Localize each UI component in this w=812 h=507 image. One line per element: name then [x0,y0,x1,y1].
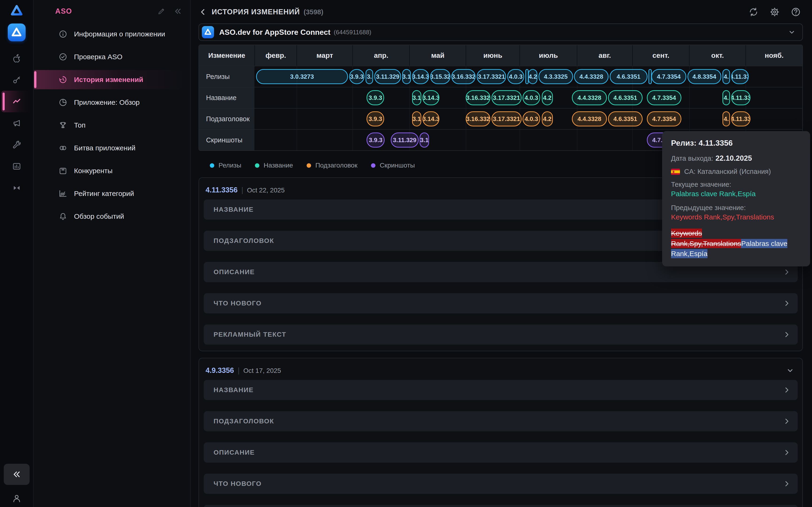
rail-nav [0,48,33,199]
sidebar-item-3[interactable]: Приложение: Обзор [34,93,190,112]
version-pill-releases[interactable]: 4.2 [528,69,537,84]
chevrons-left-icon[interactable] [174,7,182,15]
version-pill-screens[interactable]: 3.11.329 [391,132,419,148]
icon-rail [0,0,34,507]
version-pill-name[interactable]: 4.2 [542,90,553,105]
version-pill-subtitle[interactable]: 4.4.3328 [572,111,607,126]
info-circle-icon [59,30,67,39]
version-pill-name[interactable]: 4. [722,90,730,105]
app-selector[interactable]: ASO.dev for AppStore Connect (6445911688… [198,23,803,41]
version-pill-subtitle[interactable]: 4.11.33 [731,111,750,126]
rail-item-keywords[interactable] [1,69,32,91]
version-pill-subtitle[interactable]: 4.0.3 [523,111,540,126]
sidebar-item-4[interactable]: Топ [34,116,190,135]
rail-item-appstore[interactable] [1,48,32,69]
wrench-icon [12,140,21,150]
sidebar-item-6[interactable]: Конкуренты [34,161,190,180]
sidebar-item-label: Обзор событий [74,212,124,220]
version-pill-releases[interactable]: 4.0.3 [507,69,524,84]
rail-item-marketing[interactable] [1,112,32,134]
app-id: (6445911688) [334,29,371,36]
version-pill-subtitle[interactable]: 4.7.3354 [647,111,681,126]
version-pill-releases[interactable]: 3.0.3273 [256,69,348,84]
sidebar-item-5[interactable]: Битва приложений [34,138,190,158]
version-pill-releases[interactable]: 4.11.33 [731,69,749,84]
version-pill-name[interactable]: 3.14.3 [422,90,440,105]
section-header[interactable]: 4.9.3356|Oct 17, 2025 [204,363,798,380]
section-row-РЕКЛАМНЫЙ ТЕКСТ[interactable]: РЕКЛАМНЫЙ ТЕКСТ [204,325,798,345]
tooltip-current-label: Текущее значение: [671,181,731,188]
version-pill-name[interactable]: 4.11.33 [731,90,750,105]
sidebar-item-label: Топ [74,121,85,129]
sidebar-item-label: Приложение: Обзор [74,99,139,106]
version-pill-name[interactable]: 4.4.3328 [572,90,607,105]
version-pill-releases[interactable]: 4.7.3354 [651,69,686,84]
version-pill-subtitle[interactable]: 3.1 [412,111,421,126]
collapse-sidebar-button[interactable] [4,464,30,485]
version-pill-subtitle[interactable]: 3.14.3 [422,111,440,126]
app-triangle-icon [202,28,214,37]
rail-item-analytics[interactable] [1,91,32,112]
version-pill-name[interactable]: 4.6.3351 [608,90,643,105]
section-row-НАЗВАНИЕ[interactable]: НАЗВАНИЕ [204,380,798,400]
version-pill-name[interactable]: 4.7.3354 [647,90,681,105]
version-pill-releases[interactable]: 3.16.332 [451,69,475,84]
rail-item-reports[interactable] [1,156,32,177]
refresh-icon[interactable] [748,7,759,17]
version-pill-releases[interactable]: 4. [722,69,730,84]
check-circle-icon [59,52,67,61]
version-pill-name[interactable]: 3.1 [412,90,421,105]
version-pill-screens[interactable]: 3.1 [420,132,429,148]
version-pill-subtitle[interactable]: 3.17.3321 [491,111,522,126]
version-pill-releases[interactable]: 3.1 [402,69,411,84]
version-pill-subtitle[interactable]: 3.9.3 [366,111,384,126]
version-pill-subtitle[interactable]: 3.16.332 [466,111,490,126]
version-pill-releases[interactable]: 3.11.329 [374,69,401,84]
spain-flag-icon [671,169,680,175]
user-icon[interactable] [11,493,22,504]
version-pill-releases[interactable]: 4.6.3351 [610,69,647,84]
timeline-month-2: апр. [353,45,410,66]
version-pill-releases[interactable]: 3. [365,69,373,84]
history-icon [59,75,67,84]
section-version[interactable]: 4.11.3356 [206,186,238,194]
version-pill-subtitle[interactable]: 4.2 [542,111,553,126]
rail-item-tools[interactable] [1,134,32,156]
help-icon[interactable] [791,7,801,17]
version-pill-screens[interactable]: 3.9.3 [366,132,385,148]
pencil-icon[interactable] [157,7,166,15]
rail-bottom [4,464,30,507]
sidebar-item-7[interactable]: Рейтинг категорий [34,184,190,203]
sidebar-item-1[interactable]: Проверка ASO [34,47,190,66]
section-row-РЕКЛАМНЫЙ ТЕКСТ[interactable]: РЕКЛАМНЫЙ ТЕКСТ [204,505,798,507]
version-pill-name[interactable]: 3.16.332 [466,90,490,105]
gear-icon[interactable] [769,7,780,17]
version-pill-name[interactable]: 3.9.3 [366,90,384,105]
sidebar-item-2[interactable]: История изменений [34,70,190,89]
section-row-ОПИСАНИЕ[interactable]: ОПИСАНИЕ [204,442,798,463]
version-pill-releases[interactable]: 3.14.3 [412,69,429,84]
version-pill-releases[interactable]: 3.17.3321 [477,69,506,84]
version-pill-releases[interactable]: 4.8.3354 [688,69,721,84]
legend-dot-icon [371,163,375,168]
version-pill-subtitle[interactable]: 4. [722,111,730,126]
version-pill-name[interactable]: 3.17.3321 [491,90,522,105]
section-version[interactable]: 4.9.3356 [206,366,234,375]
rail-item-compare[interactable] [1,177,32,199]
sidebar-item-8[interactable]: Обзор событий [34,207,190,226]
version-pill-subtitle[interactable]: 4.6.3351 [608,111,643,126]
version-pill-name[interactable]: 4.0.3 [523,90,540,105]
section-row-ЧТО НОВОГО[interactable]: ЧТО НОВОГО [204,293,798,314]
section-row-ЧТО НОВОГО[interactable]: ЧТО НОВОГО [204,474,798,494]
section-date: Oct 17, 2025 [243,367,281,375]
version-pill-releases[interactable]: 3.9.3 [349,69,364,84]
version-pill-releases[interactable]: 3.15.32 [430,69,450,84]
sidebar-item-0[interactable]: Информация о приложении [34,24,190,44]
current-app-avatar[interactable] [8,23,25,41]
timeline-row-label: Релизы [199,66,255,87]
section-row-ПОДЗАГОЛОВОК[interactable]: ПОДЗАГОЛОВОК [204,411,798,431]
back-button[interactable] [198,7,208,16]
version-pill-releases[interactable]: 4.4.3328 [574,69,608,84]
chevron-down-icon[interactable] [786,366,794,375]
version-pill-releases[interactable]: 4.3.3325 [538,69,573,84]
